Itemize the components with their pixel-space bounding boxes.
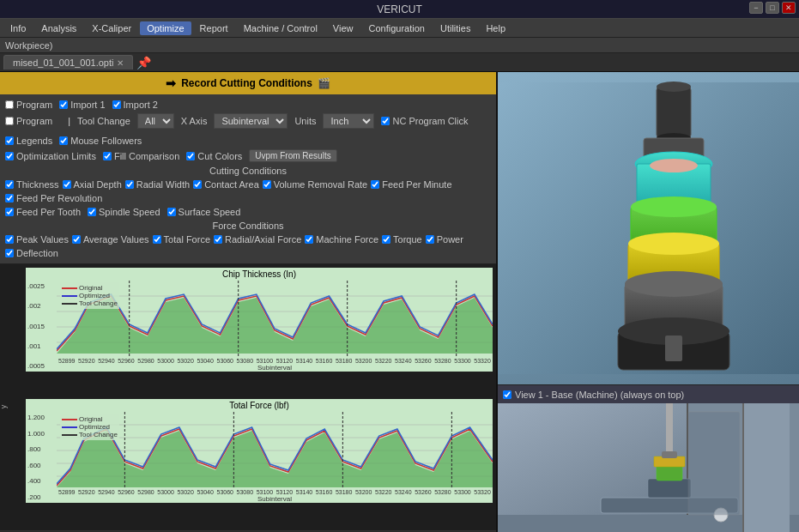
import2-label[interactable]: Import 2 (112, 100, 158, 110)
tab-pin-icon[interactable]: 📌 (136, 56, 151, 70)
surface-speed-checkbox[interactable] (167, 208, 176, 216)
nc-click-checkbox[interactable] (381, 117, 390, 125)
opt-limits-label[interactable]: Optimization Limits (5, 151, 96, 161)
axial-depth-label[interactable]: Axial Depth (63, 179, 122, 190)
menu-machine-control[interactable]: Machine / Control (237, 21, 324, 35)
app-title: VERICUT (377, 3, 422, 15)
ctrl-row-3: Optimization Limits Fill Comparison Cut … (5, 148, 491, 164)
menu-view[interactable]: View (326, 21, 360, 35)
total-force-label[interactable]: Total Force (153, 234, 210, 245)
torque-label[interactable]: Torque (382, 234, 422, 245)
mouse-followers-checkbox[interactable] (59, 136, 68, 145)
program-label-2[interactable]: Program (5, 116, 52, 126)
legends-checkbox[interactable] (5, 136, 14, 145)
import2-checkbox[interactable] (112, 100, 121, 109)
machine-force-checkbox[interactable] (305, 235, 313, 244)
legend-optimized-1: Optimized (62, 292, 118, 299)
y2-label-6: .200 (27, 493, 55, 501)
radial-axial-label[interactable]: Radial/Axial Force (214, 234, 301, 245)
radial-axial-checkbox[interactable] (214, 235, 222, 244)
import1-checkbox[interactable] (59, 100, 68, 109)
average-values-label[interactable]: Average Values (72, 234, 149, 245)
uvpm-button[interactable]: Uvpm From Results (249, 149, 336, 162)
legends-label[interactable]: Legends (5, 136, 52, 146)
mouse-followers-label[interactable]: Mouse Followers (59, 136, 142, 146)
main-content: ➡ Record Cutting Conditions 🎬 Program Im… (0, 72, 799, 532)
feed-per-rev-label[interactable]: Feed Per Revolution (5, 193, 102, 203)
radial-width-label[interactable]: Radial Width (125, 179, 190, 190)
deflection-checkbox[interactable] (5, 249, 14, 257)
program-checkbox-1[interactable] (5, 100, 14, 109)
power-checkbox[interactable] (426, 235, 434, 244)
legend-optimized-2: Optimized (62, 423, 118, 431)
peak-values-checkbox[interactable] (5, 235, 14, 244)
opt-limits-checkbox[interactable] (5, 152, 14, 160)
svg-point-29 (650, 159, 698, 172)
peak-values-label[interactable]: Peak Values (5, 234, 69, 245)
mini-3d-view[interactable] (498, 403, 799, 532)
contact-area-label[interactable]: Contact Area (193, 179, 259, 190)
radial-width-checkbox[interactable] (125, 180, 134, 189)
menu-help[interactable]: Help (479, 21, 512, 35)
cutting-conditions-row: Thickness Axial Depth Radial Width Conta… (5, 178, 491, 205)
minimize-button[interactable]: − (749, 2, 763, 14)
chart2-legend: Original Optimized Tool Change (60, 414, 119, 440)
spindle-speed-label[interactable]: Spindle Speed (88, 207, 160, 217)
cut-colors-label[interactable]: Cut Colors (186, 151, 242, 161)
spindle-speed-checkbox[interactable] (88, 208, 96, 216)
volume-removal-label[interactable]: Volume Removal Rate (263, 179, 367, 190)
chart2-title: Total Force (lbf) (26, 399, 493, 412)
feed-per-minute-label[interactable]: Feed Per Minute (371, 179, 451, 190)
feed-per-tooth-checkbox[interactable] (5, 208, 14, 216)
menu-analysis[interactable]: Analysis (34, 21, 83, 35)
main-3d-view[interactable] (498, 72, 799, 384)
y-label-4: .001 (27, 342, 55, 350)
program-label-1[interactable]: Program (5, 100, 52, 110)
menu-info[interactable]: Info (3, 21, 33, 35)
thickness-label[interactable]: Thickness (5, 179, 59, 190)
volume-removal-checkbox[interactable] (263, 180, 271, 189)
title-bar: VERICUT − □ ✕ (0, 0, 799, 19)
ctrl-row-2: Program | Tool Change All X Axis Subinte… (5, 112, 491, 148)
import1-label[interactable]: Import 1 (59, 100, 105, 110)
fill-comparison-label[interactable]: Fill Comparison (103, 151, 179, 161)
feed-per-tooth-label[interactable]: Feed Per Tooth (5, 207, 81, 217)
thickness-checkbox[interactable] (5, 180, 14, 189)
menu-utilities[interactable]: Utilities (433, 21, 477, 35)
torque-checkbox[interactable] (382, 235, 390, 244)
close-button[interactable]: ✕ (782, 2, 796, 14)
svg-rect-50 (657, 465, 682, 481)
main-tab[interactable]: mised_01_001_001.opti ✕ (3, 55, 133, 70)
program-checkbox-2[interactable] (5, 117, 14, 125)
menu-report[interactable]: Report (193, 21, 235, 35)
tab-close-icon[interactable]: ✕ (117, 58, 124, 68)
tab-bar: mised_01_001_001.opti ✕ 📌 (0, 53, 799, 72)
feed-per-rev-checkbox[interactable] (5, 194, 14, 203)
total-force-checkbox[interactable] (153, 235, 161, 244)
y2-label-4: .600 (27, 462, 55, 469)
view1-checkbox[interactable] (503, 390, 511, 399)
deflection-label[interactable]: Deflection (5, 248, 58, 258)
average-values-checkbox[interactable] (72, 235, 81, 244)
svg-rect-47 (742, 403, 744, 532)
y-label-5: .0005 (27, 362, 55, 370)
all-select[interactable]: All (137, 113, 174, 129)
fill-comparison-checkbox[interactable] (103, 152, 112, 160)
contact-area-checkbox[interactable] (193, 180, 202, 189)
menu-optimize[interactable]: Optimize (140, 21, 191, 35)
chart1-container: Chip Thickness (In) .0025 .002 .0015 .00… (26, 268, 493, 396)
nc-program-click-label[interactable]: NC Program Click (381, 116, 468, 126)
units-select[interactable]: InchMetric (323, 113, 374, 129)
cut-colors-checkbox[interactable] (186, 152, 195, 160)
machine-force-label[interactable]: Machine Force (305, 234, 378, 245)
menu-xcaliper[interactable]: X-Caliper (85, 21, 138, 35)
surface-speed-label[interactable]: Surface Speed (167, 207, 241, 217)
right-panel: View 1 - Base (Machine) (always on top) (498, 72, 799, 532)
axial-depth-checkbox[interactable] (63, 180, 71, 189)
maximize-button[interactable]: □ (766, 2, 779, 14)
power-label[interactable]: Power (426, 234, 463, 245)
feed-per-minute-checkbox[interactable] (371, 180, 379, 189)
menu-configuration[interactable]: Configuration (362, 21, 432, 35)
chart1-y-labels: .0025 .002 .0015 .001 .0005 (26, 281, 57, 372)
subinterval-select[interactable]: Subinterval (214, 113, 288, 129)
